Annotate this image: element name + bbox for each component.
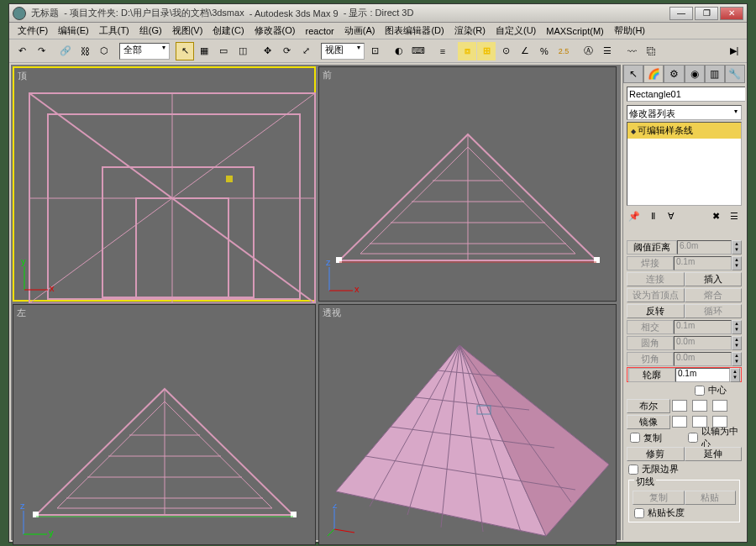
- extend-button[interactable]: 延伸: [685, 447, 743, 461]
- chamfer-button[interactable]: 切角: [627, 352, 674, 366]
- maximize-button[interactable]: ❐: [695, 7, 718, 20]
- outline-input[interactable]: 0.1m: [675, 368, 730, 382]
- select-manipulate-button[interactable]: ◐: [390, 42, 408, 60]
- reverse-button[interactable]: 反转: [627, 304, 685, 318]
- connect-button[interactable]: 连接: [627, 272, 685, 286]
- tab-motion[interactable]: ◉: [685, 65, 705, 83]
- close-button[interactable]: ✕: [720, 7, 743, 20]
- outline-spinner[interactable]: ▲▼: [730, 368, 740, 382]
- outline-button[interactable]: 轮廓: [628, 368, 675, 382]
- modifier-list-dropdown[interactable]: 修改器列表: [627, 105, 742, 120]
- menu-reactor[interactable]: reactor: [301, 24, 339, 38]
- menu-animation[interactable]: 动画(A): [339, 23, 381, 39]
- viewport-front[interactable]: 前 zx: [318, 66, 617, 302]
- menu-edit[interactable]: 编辑(E): [53, 23, 94, 39]
- boolean-button[interactable]: 布尔: [627, 399, 670, 413]
- crossinsert-spinner[interactable]: ▲▼: [732, 320, 742, 334]
- cycle-button[interactable]: 循环: [685, 304, 743, 318]
- select-button[interactable]: ↖: [176, 42, 194, 60]
- make-unique-button[interactable]: ∀: [664, 208, 679, 223]
- boolean-union-icon[interactable]: [672, 400, 687, 412]
- boolean-subtract-icon[interactable]: [692, 400, 707, 412]
- mirror-h-icon[interactable]: [672, 416, 687, 428]
- mirror-button-rollup[interactable]: 镜像: [627, 415, 670, 429]
- crossinsert-input[interactable]: 0.1m: [674, 320, 732, 334]
- undo-button[interactable]: ↶: [13, 42, 31, 60]
- show-end-result-button[interactable]: Ⅱ: [645, 208, 660, 223]
- aboutpivot-checkbox[interactable]: [688, 433, 698, 443]
- menu-customize[interactable]: 自定义(U): [491, 23, 541, 39]
- toolbar-end-button[interactable]: ▶|: [725, 42, 743, 60]
- threshold-spinner[interactable]: ▲▼: [732, 240, 742, 255]
- link-button[interactable]: 🔗: [56, 42, 75, 60]
- pastetangent-button[interactable]: 粘贴: [685, 491, 737, 505]
- chamfer-spinner[interactable]: ▲▼: [732, 352, 742, 366]
- select-region-button[interactable]: ▭: [214, 42, 233, 60]
- select-rotate-button[interactable]: ⟳: [277, 42, 296, 60]
- window-crossing-button[interactable]: ◫: [234, 42, 252, 60]
- threshold-input[interactable]: 6.0m: [677, 240, 732, 255]
- weld-input[interactable]: 0.1m: [674, 256, 732, 270]
- tab-utilities[interactable]: 🔧: [725, 65, 745, 83]
- minimize-button[interactable]: —: [669, 7, 693, 20]
- bind-spacewarp-button[interactable]: ⬡: [95, 42, 113, 60]
- infinite-checkbox[interactable]: [628, 465, 638, 475]
- crossinsert-button[interactable]: 相交: [627, 320, 674, 334]
- unlink-button[interactable]: ⛓: [76, 42, 94, 60]
- menu-group[interactable]: 组(G): [134, 23, 167, 39]
- select-by-name-button[interactable]: ▦: [195, 42, 213, 60]
- refcoord-dropdown[interactable]: 视图: [321, 43, 365, 60]
- fuse-button[interactable]: 熔合: [685, 288, 743, 302]
- menu-grapheditors[interactable]: 图表编辑器(D): [380, 23, 449, 39]
- configure-sets-button[interactable]: ☰: [727, 208, 742, 223]
- angle-snap-button[interactable]: ∠: [516, 42, 534, 60]
- copy-checkbox[interactable]: [630, 433, 640, 443]
- tab-create[interactable]: ↖: [623, 65, 643, 83]
- schematic-button[interactable]: ⿻: [642, 42, 660, 60]
- pastelength-checkbox[interactable]: [634, 508, 644, 518]
- tab-hierarchy[interactable]: ⚙: [664, 65, 684, 83]
- redo-button[interactable]: ↷: [32, 42, 50, 60]
- spinner-snap-button[interactable]: 2.5: [554, 42, 573, 60]
- chamfer-input[interactable]: 0.0m: [674, 352, 732, 366]
- mirror-both-icon[interactable]: [712, 416, 727, 428]
- named-selection-button[interactable]: ≡: [433, 42, 452, 60]
- boolean-intersect-icon[interactable]: [712, 400, 727, 412]
- align-button[interactable]: ⊞: [477, 42, 496, 60]
- mirror-button[interactable]: ⧈: [458, 42, 476, 60]
- trim-button[interactable]: 修剪: [627, 447, 685, 461]
- menu-tools[interactable]: 工具(T): [94, 23, 134, 39]
- menu-rendering[interactable]: 渲染(R): [449, 23, 491, 39]
- menu-file[interactable]: 文件(F): [13, 23, 53, 39]
- modstack-item-editable-spline[interactable]: 可编辑样条线: [627, 123, 741, 139]
- fillet-spinner[interactable]: ▲▼: [732, 336, 742, 350]
- curve-editor-button[interactable]: 〰: [622, 42, 641, 60]
- viewport-perspective[interactable]: 透视: [318, 304, 617, 545]
- weld-spinner[interactable]: ▲▼: [732, 256, 742, 270]
- menu-help[interactable]: 帮助(H): [609, 23, 650, 39]
- menu-views[interactable]: 视图(V): [167, 23, 208, 39]
- select-move-button[interactable]: ✥: [258, 42, 276, 60]
- select-scale-button[interactable]: ⤢: [297, 42, 315, 60]
- snap-toggle-button[interactable]: ⊙: [496, 42, 515, 60]
- copytangent-button[interactable]: 复制: [633, 491, 685, 505]
- mirror-v-icon[interactable]: [692, 416, 707, 428]
- remove-modifier-button[interactable]: ✖: [708, 208, 723, 223]
- tab-modify[interactable]: 🌈: [643, 65, 664, 83]
- fillet-input[interactable]: 0.0m: [674, 336, 732, 350]
- modifier-stack[interactable]: 可编辑样条线: [627, 122, 742, 206]
- layers-button[interactable]: ☰: [598, 42, 617, 60]
- pin-stack-button[interactable]: 📌: [627, 208, 642, 223]
- pivot-center-button[interactable]: ⊡: [365, 42, 384, 60]
- weld-button[interactable]: 焊接: [627, 256, 674, 270]
- selection-filter-dropdown[interactable]: 全部: [119, 43, 170, 60]
- edit-named-button[interactable]: Ⓐ: [579, 42, 597, 60]
- fillet-button[interactable]: 圆角: [627, 336, 674, 350]
- tab-display[interactable]: ▥: [705, 65, 725, 83]
- viewport-top[interactable]: 顶 yx: [13, 66, 316, 302]
- makefirst-button[interactable]: 设为首顶点: [627, 288, 685, 302]
- menu-create[interactable]: 创建(C): [207, 23, 249, 39]
- menu-maxscript[interactable]: MAXScript(M): [541, 24, 608, 38]
- insert-button[interactable]: 插入: [685, 272, 743, 286]
- menu-modifiers[interactable]: 修改器(O): [249, 23, 301, 39]
